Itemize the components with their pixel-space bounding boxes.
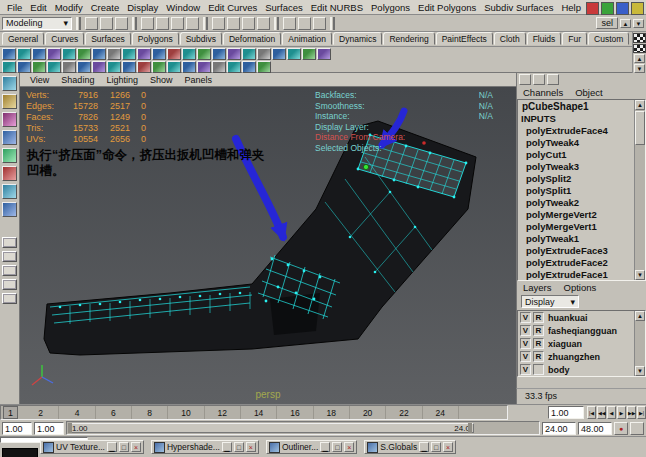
layer-renderable-toggle[interactable]: R bbox=[533, 312, 544, 323]
play-forwards-button[interactable]: ▶ bbox=[617, 406, 626, 419]
layer-list-scrollbar[interactable]: ▲ ▼ bbox=[634, 311, 645, 376]
menu-set-dropdown[interactable]: Modeling ▾ bbox=[2, 17, 72, 30]
channel-input-item[interactable]: polyExtrudeFace1 bbox=[518, 269, 645, 281]
shelf-tab-custom[interactable]: Custom bbox=[588, 32, 629, 45]
range-slider-bar[interactable]: 1.00 24.0 bbox=[68, 423, 474, 433]
shelf-tab-subdivs[interactable]: Subdivs bbox=[180, 32, 222, 45]
shelf-tab-fur[interactable]: Fur bbox=[562, 32, 587, 45]
shelf-tab-dynamics[interactable]: Dynamics bbox=[333, 32, 382, 45]
scroll-down-icon[interactable]: ▼ bbox=[635, 270, 645, 280]
status-collapse-down-icon[interactable]: ▼ bbox=[633, 19, 644, 28]
shelf-icon[interactable] bbox=[62, 48, 76, 60]
channel-input-item[interactable]: polyTweak1 bbox=[518, 233, 645, 245]
layer-visible-toggle[interactable]: V bbox=[520, 312, 531, 323]
shelf-scroll-down-icon[interactable]: ▼ bbox=[634, 64, 645, 73]
shelf-icon[interactable] bbox=[77, 48, 91, 60]
play-backwards-button[interactable]: ◀ bbox=[607, 406, 616, 419]
panel-menu-shading[interactable]: Shading bbox=[55, 75, 100, 85]
range-slider[interactable]: 1.00 24.0 bbox=[66, 421, 540, 435]
menu-subdiv-surfaces[interactable]: Subdiv Surfaces bbox=[480, 2, 557, 13]
maximize-icon[interactable]: □ bbox=[431, 442, 441, 452]
snap-point-icon[interactable] bbox=[242, 17, 255, 30]
layer-renderable-toggle[interactable]: R bbox=[533, 351, 544, 362]
layer-renderable-toggle[interactable]: R bbox=[533, 338, 544, 349]
shelf-icon[interactable] bbox=[17, 61, 31, 73]
yellow-app-icon[interactable] bbox=[631, 2, 644, 15]
shelf-icon[interactable] bbox=[182, 48, 196, 60]
lasso-tool-icon[interactable] bbox=[2, 94, 17, 109]
channel-input-item[interactable]: polyTweak3 bbox=[518, 161, 645, 173]
shelf-icon[interactable] bbox=[227, 48, 241, 60]
layer-row[interactable]: V R huankuai bbox=[518, 311, 645, 324]
shelf-icon[interactable] bbox=[182, 61, 196, 73]
shelf-tab-surfaces[interactable]: Surfaces bbox=[85, 32, 131, 45]
status-divider[interactable] bbox=[76, 17, 81, 30]
shelf-icon[interactable] bbox=[167, 48, 181, 60]
last-tool-icon[interactable] bbox=[2, 202, 17, 217]
shelf-icon[interactable] bbox=[257, 48, 271, 60]
select-object-icon[interactable] bbox=[156, 17, 169, 30]
render-current-frame-icon[interactable] bbox=[298, 17, 311, 30]
shelf-icon[interactable] bbox=[47, 61, 61, 73]
shelf-scroll-up-icon[interactable]: ▲ bbox=[634, 54, 645, 63]
layer-name[interactable]: xiaguan bbox=[548, 339, 582, 349]
layer-name[interactable]: fasheqiangguan bbox=[548, 326, 617, 336]
channel-input-item[interactable]: polyCut1 bbox=[518, 149, 645, 161]
shelf-icon[interactable] bbox=[92, 48, 106, 60]
close-icon[interactable]: × bbox=[344, 442, 354, 452]
status-divider[interactable] bbox=[203, 17, 208, 30]
minimized-window-hypershade[interactable]: Hypershade... ▁ □ × bbox=[151, 440, 259, 454]
shelf-tab-curves[interactable]: Curves bbox=[45, 32, 84, 45]
shelf-icon[interactable] bbox=[152, 48, 166, 60]
shelf-tab-polygons[interactable]: Polygons bbox=[132, 32, 179, 45]
shelf-icon[interactable] bbox=[107, 48, 121, 60]
scroll-thumb[interactable] bbox=[635, 111, 645, 145]
layer-name[interactable]: huankuai bbox=[548, 313, 588, 323]
shelf-icon[interactable] bbox=[197, 48, 211, 60]
menu-edit-polygons[interactable]: Edit Polygons bbox=[414, 2, 480, 13]
channel-input-item[interactable]: polyTweak4 bbox=[518, 137, 645, 149]
render-flag-icon[interactable] bbox=[633, 44, 646, 54]
blue-app-icon[interactable] bbox=[616, 2, 629, 15]
minimize-icon[interactable]: ▁ bbox=[419, 442, 429, 452]
range-end-handle[interactable] bbox=[468, 423, 472, 433]
scroll-down-icon[interactable]: ▼ bbox=[635, 366, 645, 376]
render-flag-icon[interactable] bbox=[633, 33, 646, 43]
go-to-start-button[interactable]: |◀ bbox=[587, 406, 596, 419]
menu-edit-nurbs[interactable]: Edit NURBS bbox=[307, 2, 367, 13]
minimized-window-uv-texture-editor[interactable]: UV Texture... ▁ □ × bbox=[40, 440, 144, 454]
layers-menu[interactable]: Layers bbox=[523, 282, 552, 293]
shelf-icon[interactable] bbox=[32, 48, 46, 60]
minimize-icon[interactable]: ▁ bbox=[222, 442, 232, 452]
layer-display-dropdown[interactable]: Display ▾ bbox=[521, 295, 579, 308]
layout-single-pane-button[interactable] bbox=[2, 237, 17, 248]
time-slider[interactable]: 1 24681012141618202224 bbox=[0, 405, 508, 420]
layout-two-pane-button[interactable] bbox=[2, 265, 17, 276]
layout-four-pane-button[interactable] bbox=[2, 251, 17, 262]
panel-menu-lighting[interactable]: Lighting bbox=[100, 75, 144, 85]
select-component-icon[interactable] bbox=[171, 17, 184, 30]
layer-visible-toggle[interactable]: V bbox=[520, 338, 531, 349]
playback-end-field[interactable]: 48.00 bbox=[578, 422, 612, 435]
shelf-icon[interactable] bbox=[137, 48, 151, 60]
channel-input-item[interactable]: polyMergeVert1 bbox=[518, 221, 645, 233]
snap-grid-icon[interactable] bbox=[212, 17, 225, 30]
menu-help[interactable]: Help bbox=[557, 2, 585, 13]
snap-plane-icon[interactable] bbox=[257, 17, 270, 30]
scroll-up-icon[interactable]: ▲ bbox=[635, 311, 645, 321]
shelf-tab-rendering[interactable]: Rendering bbox=[383, 32, 434, 45]
open-scene-icon[interactable] bbox=[100, 17, 113, 30]
channel-input-item[interactable]: polyMergeVert2 bbox=[518, 209, 645, 221]
minimized-window-render-globals[interactable]: S.Globals ▁ □ × bbox=[364, 440, 456, 454]
animation-start-field[interactable]: 1.00 bbox=[34, 422, 64, 435]
show-manipulator-tool-icon[interactable] bbox=[2, 184, 17, 199]
shelf-icon[interactable] bbox=[17, 48, 31, 60]
shape-node-name[interactable]: pCubeShape1 bbox=[518, 100, 645, 113]
minimize-icon[interactable]: ▁ bbox=[107, 442, 117, 452]
layer-row[interactable]: V R zhuangzhen bbox=[518, 350, 645, 363]
menu-file[interactable]: File bbox=[3, 2, 26, 13]
layout-persp-outliner-button[interactable] bbox=[2, 279, 17, 290]
shelf-icon[interactable] bbox=[257, 61, 271, 73]
rotate-tool-icon[interactable] bbox=[2, 148, 17, 163]
green-app-icon[interactable] bbox=[601, 2, 614, 15]
